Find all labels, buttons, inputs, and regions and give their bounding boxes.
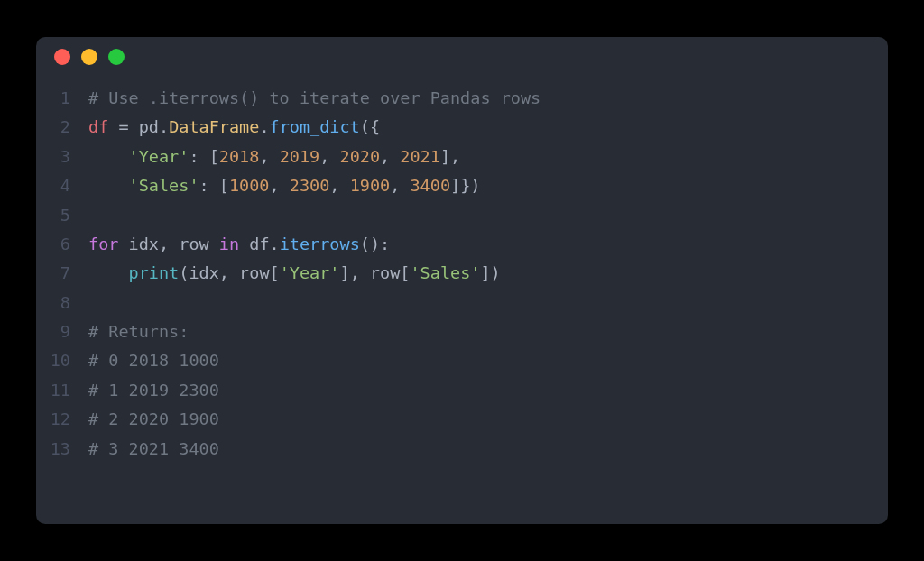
code-line[interactable]: 5	[36, 201, 888, 230]
code-token	[88, 263, 129, 282]
code-token: ({	[360, 117, 380, 136]
line-number: 7	[36, 259, 88, 288]
code-content[interactable]: # 2 2020 1900	[88, 405, 219, 434]
code-token: 'Sales'	[129, 176, 199, 195]
code-content[interactable]	[88, 289, 98, 317]
code-token: [	[400, 263, 410, 282]
code-token: # 1 2019 2300	[88, 381, 219, 400]
code-token: 3400	[410, 176, 450, 195]
code-token: 1900	[350, 176, 391, 195]
code-content[interactable]: # Returns:	[88, 317, 189, 346]
code-token: : [	[199, 176, 229, 195]
code-line[interactable]: 11# 1 2019 2300	[36, 376, 888, 405]
code-token: 2300	[290, 176, 330, 195]
code-token: 2021	[400, 147, 440, 166]
code-token: 'Sales'	[410, 263, 480, 282]
code-token: # 2 2020 1900	[88, 409, 219, 428]
line-number: 11	[36, 376, 88, 405]
code-line[interactable]: 7 print(idx, row['Year'], row['Sales'])	[36, 259, 888, 288]
code-token: df	[88, 117, 108, 136]
code-line[interactable]: 3 'Year': [2018, 2019, 2020, 2021],	[36, 143, 888, 171]
line-number: 6	[36, 230, 88, 259]
code-content[interactable]: # 3 2021 3400	[88, 435, 219, 464]
code-content[interactable]: # 0 2018 1000	[88, 346, 219, 375]
code-token: idx	[129, 235, 159, 253]
code-token: DataFrame	[169, 117, 259, 136]
code-token: : [	[189, 147, 218, 166]
code-token: ,	[270, 176, 290, 195]
editor-window: 1# Use .iterrows() to iterate over Panda…	[36, 37, 888, 524]
code-token: ,	[259, 147, 279, 166]
line-number: 8	[36, 289, 88, 317]
code-line[interactable]: 4 'Sales': [1000, 2300, 1900, 3400]})	[36, 171, 888, 200]
code-content[interactable]: 'Year': [2018, 2019, 2020, 2021],	[88, 143, 460, 171]
code-token: 'Year'	[129, 147, 189, 166]
code-token: ]})	[450, 176, 480, 195]
code-token: # Use .iterrows() to iterate over Pandas…	[88, 88, 541, 107]
code-token: 1000	[229, 176, 270, 195]
code-token: [	[270, 263, 280, 282]
code-token	[88, 147, 129, 166]
code-token: ])	[480, 263, 500, 282]
code-token: # Returns:	[88, 322, 189, 341]
maximize-icon[interactable]	[108, 49, 125, 65]
code-token: ,	[329, 176, 349, 195]
code-content[interactable]: df = pd.DataFrame.from_dict({	[88, 113, 380, 142]
code-token: idx	[189, 263, 218, 282]
code-line[interactable]: 8	[36, 289, 888, 317]
code-token: row	[239, 263, 269, 282]
code-token: ,	[380, 147, 400, 166]
line-number: 3	[36, 143, 88, 171]
code-line[interactable]: 9# Returns:	[36, 317, 888, 346]
code-token: 2019	[280, 147, 320, 166]
code-token: .	[159, 117, 169, 136]
code-token: (	[179, 263, 189, 282]
line-number: 1	[36, 84, 88, 113]
code-token: ,	[219, 263, 239, 282]
minimize-icon[interactable]	[81, 49, 97, 65]
line-number: 4	[36, 171, 88, 200]
code-token: ],	[340, 263, 370, 282]
code-content[interactable]: 'Sales': [1000, 2300, 1900, 3400]})	[88, 171, 480, 200]
code-token: row	[370, 263, 400, 282]
code-token: =	[108, 117, 138, 136]
code-token: # 3 2021 3400	[88, 439, 219, 458]
code-token: print	[129, 263, 180, 282]
code-line[interactable]: 6for idx, row in df.iterrows():	[36, 230, 888, 259]
code-token: # 0 2018 1000	[88, 351, 219, 370]
close-icon[interactable]	[54, 49, 70, 65]
code-token: row	[179, 235, 208, 253]
code-token: .	[270, 235, 280, 253]
code-content[interactable]: # Use .iterrows() to iterate over Pandas…	[88, 84, 541, 113]
line-number: 9	[36, 317, 88, 346]
titlebar	[36, 37, 888, 77]
code-line[interactable]: 12# 2 2020 1900	[36, 405, 888, 434]
code-token	[239, 235, 249, 253]
line-number: 10	[36, 346, 88, 375]
code-token: pd	[139, 117, 159, 136]
code-token: in	[219, 235, 239, 253]
code-line[interactable]: 1# Use .iterrows() to iterate over Panda…	[36, 84, 888, 113]
code-token: for	[88, 235, 118, 253]
code-content[interactable]: for idx, row in df.iterrows():	[88, 230, 390, 259]
code-content[interactable]	[88, 201, 98, 230]
code-token: ,	[319, 147, 339, 166]
code-token: df	[249, 235, 269, 253]
code-line[interactable]: 13# 3 2021 3400	[36, 435, 888, 464]
code-token: ():	[360, 235, 390, 253]
code-token: iterrows	[280, 235, 360, 253]
code-token: 2020	[340, 147, 381, 166]
code-line[interactable]: 10# 0 2018 1000	[36, 346, 888, 375]
code-token: from_dict	[270, 117, 360, 136]
code-area[interactable]: 1# Use .iterrows() to iterate over Panda…	[36, 77, 888, 482]
code-token	[88, 176, 129, 195]
code-content[interactable]: # 1 2019 2300	[88, 376, 219, 405]
code-token: ,	[159, 235, 179, 253]
line-number: 5	[36, 201, 88, 230]
code-token: ],	[440, 147, 460, 166]
code-token: 2018	[219, 147, 260, 166]
code-token	[118, 235, 128, 253]
code-line[interactable]: 2df = pd.DataFrame.from_dict({	[36, 113, 888, 142]
code-content[interactable]: print(idx, row['Year'], row['Sales'])	[88, 259, 501, 288]
code-token: 'Year'	[280, 263, 340, 282]
